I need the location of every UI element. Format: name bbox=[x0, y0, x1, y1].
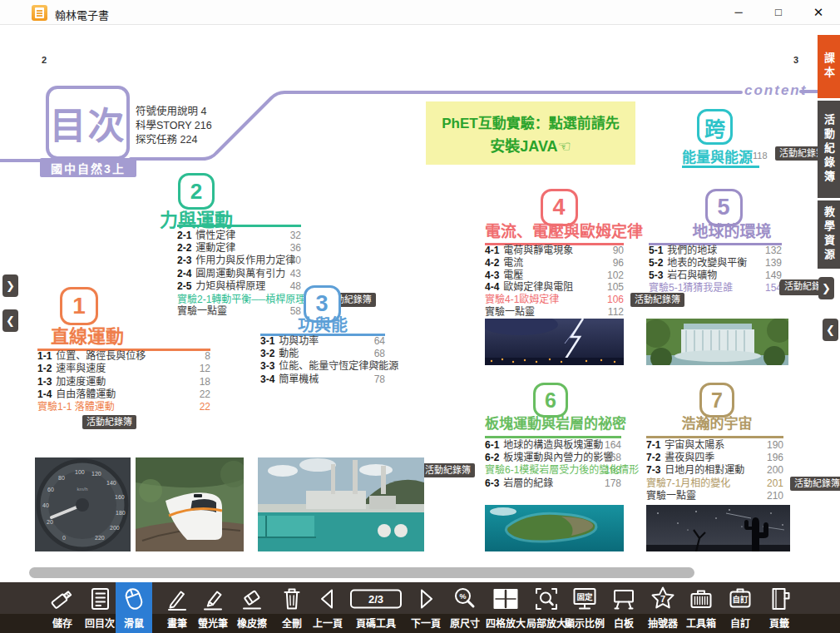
toc-item-label: 自由落體運動 bbox=[56, 388, 116, 400]
toc-item-number: 1-2 bbox=[37, 363, 52, 374]
chapter-title[interactable]: 浩瀚的宇宙 bbox=[682, 417, 753, 433]
chapter-5-number-badge[interactable]: 5 bbox=[705, 189, 743, 226]
maximize-button[interactable]: □ bbox=[760, 0, 797, 25]
svg-text:7: 7 bbox=[660, 594, 665, 604]
chapter-title[interactable]: 直線運動 bbox=[51, 327, 124, 347]
chapter-7-number-badge[interactable]: 7 bbox=[699, 383, 734, 418]
chapter-title[interactable]: 功與能 bbox=[298, 316, 348, 334]
front-matter-item[interactable]: 科學STORY 216 bbox=[136, 119, 212, 133]
toc-item[interactable]: 4-4歐姆定律與電阻105 bbox=[485, 281, 624, 294]
toc-item[interactable]: 3-1功與功率64 bbox=[260, 335, 385, 348]
chapter-underline bbox=[177, 225, 301, 227]
toc-item[interactable]: 1-2速率與速度12 bbox=[37, 363, 210, 375]
toc-item[interactable]: 6-2板塊運動與內營力的影響168 bbox=[485, 452, 621, 464]
toc-item-page: 48 bbox=[290, 280, 301, 293]
tab-activity-book[interactable]: 活動紀錄簿 bbox=[818, 101, 840, 198]
toolbar-page-tabs-button[interactable]: 頁籤 bbox=[756, 582, 803, 633]
toc-item[interactable]: 實驗2-1轉動平衡──槓桿原理52活動紀錄簿 bbox=[177, 293, 301, 305]
toc-item-page: 90 bbox=[613, 245, 624, 257]
activity-book-badge[interactable]: 活動紀錄簿 bbox=[790, 477, 840, 491]
toolbar-quad-zoom-button[interactable]: 四格放大 bbox=[482, 582, 529, 633]
toolbar-button-label: 抽號器 bbox=[648, 616, 678, 630]
chapter-4-number-badge[interactable]: 4 bbox=[541, 189, 578, 226]
toolbar-page-number-tool-button[interactable]: 2/3頁碼工具 bbox=[347, 582, 405, 633]
toc-item[interactable]: 2-1慣性定律32 bbox=[177, 230, 301, 242]
toc-item[interactable]: 實驗一點靈210 bbox=[646, 490, 783, 502]
toolbar-button-label: 螢光筆 bbox=[198, 616, 228, 630]
chapter-title[interactable]: 電流、電壓與歐姆定律 bbox=[485, 224, 643, 241]
svg-text:60: 60 bbox=[47, 487, 54, 492]
toc-item[interactable]: 2-5力矩與槓桿原理48 bbox=[177, 280, 301, 293]
toc-item[interactable]: 2-3作用力與反作用力定律40 bbox=[177, 255, 301, 267]
toc-item[interactable]: 實驗一點靈112 bbox=[485, 306, 624, 319]
toc-item[interactable]: 1-4自由落體運動22 bbox=[37, 388, 210, 401]
toc-item[interactable]: 實驗一點靈58 bbox=[177, 305, 301, 318]
toc-item[interactable]: 3-2動能68 bbox=[260, 348, 385, 360]
toc-item-number: 6-3 bbox=[485, 477, 499, 489]
toc-item[interactable]: 7-3日地月的相對運動200 bbox=[646, 464, 783, 477]
toc-item[interactable]: 4-1電荷與靜電現象90 bbox=[485, 245, 624, 257]
toc-item-page: 164 bbox=[605, 439, 621, 452]
toc-item[interactable]: 實驗7-1月相的變化201活動紀錄簿 bbox=[646, 477, 783, 490]
toc-item[interactable]: 2-4圓周運動與萬有引力43 bbox=[177, 268, 301, 280]
horizontal-scrollbar-thumb[interactable] bbox=[29, 567, 694, 578]
activity-book-badge[interactable]: 活動紀錄簿 bbox=[630, 293, 684, 307]
cross-unit-number-badge[interactable]: 跨 bbox=[697, 109, 733, 145]
toc-item[interactable]: 5-1我們的地球132 bbox=[649, 245, 782, 257]
toc-item[interactable]: 6-1地球的構造與板塊運動164 bbox=[485, 439, 621, 452]
left-edge-back-arrow[interactable]: ❮ bbox=[2, 309, 18, 332]
content-script-text: content bbox=[744, 82, 807, 99]
toc-item[interactable]: 實驗1-1 落體運動22 bbox=[37, 401, 210, 413]
toc-item[interactable]: 5-3岩石與礦物149 bbox=[649, 270, 782, 282]
toc-item[interactable]: 2-2運動定律36 bbox=[177, 242, 301, 255]
svg-text:自訂: 自訂 bbox=[732, 595, 749, 604]
left-edge-forward-arrow[interactable]: ❯ bbox=[2, 274, 18, 297]
right-edge-back-arrow[interactable]: ❮ bbox=[823, 319, 838, 341]
toc-item-page: 68 bbox=[374, 348, 385, 360]
chapter-title[interactable]: 力與運動 bbox=[160, 210, 233, 230]
svg-text:200: 200 bbox=[110, 525, 120, 531]
toc-item[interactable]: 實驗6-1模擬岩層受力後的變化情形168活動紀錄簿 bbox=[485, 464, 621, 477]
tab-teaching-resources[interactable]: 教學資源 bbox=[818, 200, 840, 269]
toc-item-label: 實驗7-1月相的變化 bbox=[646, 477, 730, 489]
svg-text:160: 160 bbox=[115, 494, 125, 500]
front-matter-item[interactable]: 符號使用說明 4 bbox=[136, 105, 212, 119]
toolbar-button-label: 上一頁 bbox=[313, 616, 343, 630]
activity-book-badge[interactable]: 活動紀錄簿 bbox=[421, 463, 475, 477]
toc-item[interactable]: 3-4簡單機械78 bbox=[260, 373, 385, 386]
toc-item-page: 43 bbox=[290, 268, 301, 280]
cross-unit-title[interactable]: 能量與能源 bbox=[682, 146, 753, 166]
toc-item[interactable]: 實驗4-1歐姆定律106活動紀錄簿 bbox=[485, 294, 624, 306]
toc-item[interactable]: 5-2地表的改變與平衡139 bbox=[649, 257, 782, 270]
chapter-title[interactable]: 板塊運動與岩層的祕密 bbox=[485, 417, 626, 433]
chapter-6-number-badge[interactable]: 6 bbox=[533, 383, 568, 418]
toolbar-original-size-button[interactable]: %原尺寸 bbox=[442, 582, 488, 633]
toc-item-page: 64 bbox=[374, 335, 385, 348]
chapter-2-number-badge[interactable]: 2 bbox=[178, 173, 215, 210]
minimize-button[interactable]: ─ bbox=[720, 0, 757, 25]
toc-item[interactable]: 1-1位置、路徑長與位移8 bbox=[37, 350, 210, 363]
svg-text:100: 100 bbox=[75, 469, 85, 475]
toc-item[interactable]: 4-2電流96 bbox=[485, 257, 624, 270]
toc-item[interactable]: 1-3加速度運動18 bbox=[37, 376, 210, 388]
toc-item[interactable]: 3-3位能、能量守恆定律與能源71 bbox=[260, 360, 385, 373]
toc-item[interactable]: 實驗5-1猜猜我是誰154活動紀錄簿 bbox=[649, 282, 782, 294]
close-button[interactable]: ✕ bbox=[800, 0, 837, 25]
activity-book-badge[interactable]: 活動紀錄簿 bbox=[82, 415, 136, 429]
toolbar-mouse-button[interactable]: 滑鼠 bbox=[116, 582, 152, 633]
toc-item-label: 動能 bbox=[279, 348, 299, 359]
toc-item[interactable]: 7-2晝夜與四季196 bbox=[646, 452, 783, 464]
toc-item[interactable]: 7-1宇宙與太陽系190 bbox=[646, 439, 783, 452]
eraser-icon bbox=[238, 583, 266, 614]
toc-item[interactable]: 4-3電壓102 bbox=[485, 270, 624, 282]
toolbar-button-label: 滑鼠 bbox=[124, 616, 144, 630]
toolbar-prev-page-button[interactable]: 上一頁 bbox=[304, 582, 351, 633]
phet-java-banner[interactable]: PhET互動實驗：點選前請先 安裝JAVA☜ bbox=[426, 101, 635, 165]
toc-item[interactable]: 6-3岩層的紀錄178 bbox=[485, 477, 621, 490]
right-edge-forward-arrow[interactable]: ❯ bbox=[818, 277, 834, 299]
tab-textbook[interactable]: 課本 bbox=[818, 35, 840, 98]
chapter-title[interactable]: 地球的環境 bbox=[692, 224, 771, 241]
chapter-1-number-badge[interactable]: 1 bbox=[60, 287, 98, 325]
front-matter-item[interactable]: 探究任務 224 bbox=[136, 133, 212, 147]
phet-banner-line1: PhET互動實驗：點選前請先 bbox=[442, 111, 619, 132]
